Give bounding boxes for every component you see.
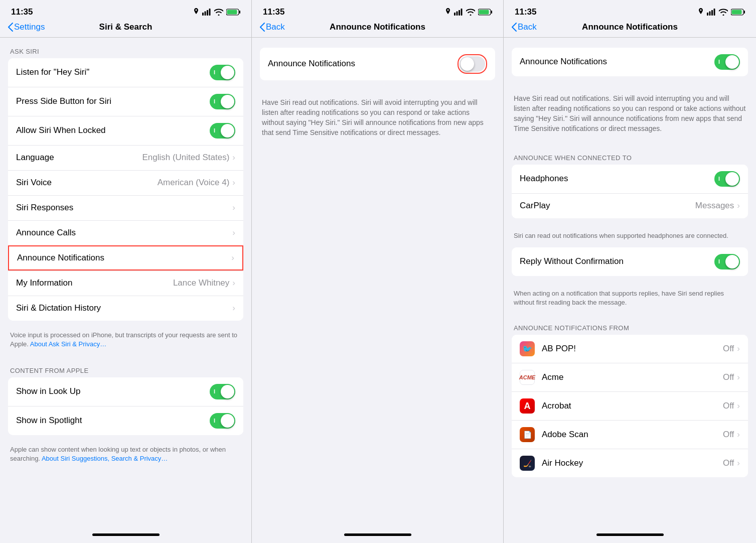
air-hockey-chevron: › bbox=[737, 458, 740, 468]
my-information-row[interactable]: My Information Lance Whitney › bbox=[8, 270, 243, 296]
dictation-history-chevron: › bbox=[232, 303, 235, 313]
back-button-2[interactable]: Back bbox=[260, 22, 285, 32]
announce-main-toggle[interactable] bbox=[460, 56, 485, 72]
panel2-content: Announce Notifications Have Siri read ou… bbox=[252, 38, 503, 526]
headphones-label: Headphones bbox=[520, 174, 714, 184]
status-time-2: 11:35 bbox=[263, 7, 284, 17]
svg-rect-8 bbox=[457, 12, 458, 16]
svg-rect-2 bbox=[207, 10, 208, 16]
ask-siri-footer: Voice input is processed on iPhone, but … bbox=[0, 331, 251, 357]
battery-icon bbox=[226, 9, 240, 16]
svg-rect-3 bbox=[209, 9, 211, 16]
announce-from-header: ANNOUNCE NOTIFICATIONS FROM bbox=[504, 314, 756, 335]
home-bar-2 bbox=[344, 533, 411, 536]
announce-from-group: 🐦 AB POP! Off › ACME Acme Off › A Acroba… bbox=[512, 335, 748, 477]
dictation-history-row[interactable]: Siri & Dictation History › bbox=[8, 296, 243, 321]
location-icon bbox=[193, 8, 199, 16]
svg-rect-17 bbox=[714, 9, 715, 16]
status-icons-1 bbox=[193, 8, 240, 16]
wifi-icon-2 bbox=[466, 9, 475, 16]
battery-icon-3 bbox=[731, 9, 745, 16]
show-spotlight-row[interactable]: Show in Spotlight I bbox=[8, 406, 243, 435]
status-time-3: 11:35 bbox=[515, 7, 536, 17]
announce-notifications-label: Announce Notifications bbox=[17, 253, 231, 263]
headphones-toggle[interactable]: I bbox=[714, 171, 740, 187]
home-indicator-3 bbox=[504, 526, 756, 543]
announce-calls-row[interactable]: Announce Calls › bbox=[8, 220, 243, 245]
carplay-label: CarPlay bbox=[520, 201, 695, 211]
p3-announce-toggle[interactable]: I bbox=[714, 54, 740, 70]
siri-responses-row[interactable]: Siri Responses › bbox=[8, 195, 243, 220]
back-chevron-icon-2 bbox=[260, 23, 265, 32]
nav-bar-1: Settings Siri & Search bbox=[0, 20, 251, 37]
ab-pop-chevron: › bbox=[737, 344, 740, 354]
my-information-value: Lance Whitney bbox=[173, 278, 229, 288]
svg-rect-9 bbox=[459, 10, 460, 16]
announce-notifications-row[interactable]: Announce Notifications › bbox=[8, 245, 243, 270]
battery-icon-2 bbox=[478, 9, 492, 16]
siri-voice-chevron: › bbox=[232, 178, 235, 188]
adobe-scan-icon: 📄 bbox=[520, 427, 535, 442]
side-button-toggle[interactable]: I bbox=[210, 94, 235, 109]
announce-toggle-highlight bbox=[458, 54, 487, 74]
reply-footer: When acting on a notification that suppo… bbox=[504, 286, 756, 314]
back-button-3[interactable]: Back bbox=[512, 22, 537, 32]
announce-main-toggle-row[interactable]: Announce Notifications bbox=[260, 48, 495, 80]
panel1-content: ASK SIRI Listen for "Hey Siri" I Press S… bbox=[0, 38, 251, 526]
back-label-1: Settings bbox=[14, 22, 45, 32]
hey-siri-row[interactable]: Listen for "Hey Siri" I bbox=[8, 58, 243, 87]
acme-chevron: › bbox=[737, 372, 740, 382]
air-hockey-row[interactable]: 🏒 Air Hockey Off › bbox=[512, 449, 748, 477]
siri-voice-row[interactable]: Siri Voice American (Voice 4) › bbox=[8, 170, 243, 195]
siri-suggestions-link[interactable]: About Siri Suggestions, bbox=[42, 455, 109, 462]
p3-announce-toggle-row[interactable]: Announce Notifications I bbox=[512, 48, 748, 76]
p3-announce-toggle-thumb bbox=[725, 55, 739, 69]
p3-announce-description: Have Siri read out notifications. Siri w… bbox=[504, 86, 756, 144]
siri-locked-row[interactable]: Allow Siri When Locked I bbox=[8, 116, 243, 145]
reply-row[interactable]: Reply Without Confirmation I bbox=[512, 247, 748, 276]
show-spotlight-toggle[interactable]: I bbox=[210, 413, 235, 429]
acme-label: Acme bbox=[542, 372, 723, 382]
panel3-content: Announce Notifications I Have Siri read … bbox=[504, 38, 756, 526]
dictation-history-label: Siri & Dictation History bbox=[16, 303, 232, 313]
carplay-value: Messages bbox=[695, 201, 734, 211]
siri-voice-value: American (Voice 4) bbox=[158, 178, 230, 188]
svg-rect-15 bbox=[709, 12, 711, 16]
wifi-icon bbox=[214, 9, 223, 16]
my-information-label: My Information bbox=[16, 278, 173, 288]
side-button-toggle-thumb bbox=[221, 95, 234, 108]
acme-row[interactable]: ACME Acme Off › bbox=[512, 363, 748, 391]
connected-to-group: Headphones I CarPlay Messages › bbox=[512, 165, 748, 218]
siri-locked-toggle[interactable]: I bbox=[210, 123, 235, 139]
headphones-row[interactable]: Headphones I bbox=[512, 165, 748, 193]
home-bar-1 bbox=[92, 533, 160, 536]
carplay-row[interactable]: CarPlay Messages › bbox=[512, 193, 748, 218]
language-row[interactable]: Language English (United States) › bbox=[8, 145, 243, 170]
wifi-icon-3 bbox=[719, 9, 728, 16]
status-icons-2 bbox=[445, 8, 492, 16]
back-label-3: Back bbox=[518, 22, 537, 32]
svg-rect-16 bbox=[711, 10, 713, 16]
hey-siri-toggle[interactable]: I bbox=[210, 65, 235, 80]
show-lookup-toggle[interactable]: I bbox=[210, 384, 235, 399]
svg-rect-6 bbox=[239, 11, 240, 14]
home-bar-3 bbox=[596, 533, 664, 536]
ask-siri-privacy-link[interactable]: About Ask Siri & Privacy… bbox=[30, 340, 106, 348]
siri-locked-toggle-thumb bbox=[221, 124, 234, 138]
adobe-scan-row[interactable]: 📄 Adobe Scan Off › bbox=[512, 420, 748, 449]
acme-icon: ACME bbox=[520, 370, 535, 385]
acrobat-row[interactable]: A Acrobat Off › bbox=[512, 391, 748, 420]
side-button-row[interactable]: Press Side Button for Siri I bbox=[8, 87, 243, 116]
show-lookup-row[interactable]: Show in Look Up I bbox=[8, 377, 243, 406]
location-icon-2 bbox=[445, 8, 451, 16]
back-button-1[interactable]: Settings bbox=[8, 22, 45, 32]
reply-toggle[interactable]: I bbox=[714, 254, 740, 269]
nav-bar-3: Back Announce Notifications bbox=[504, 20, 756, 37]
panel-announce-on: 11:35 Back Announce Notifications Announ… bbox=[504, 0, 756, 543]
search-privacy-link[interactable]: Search & Privacy… bbox=[111, 455, 168, 462]
ab-pop-label: AB POP! bbox=[542, 344, 723, 354]
svg-rect-5 bbox=[227, 10, 237, 15]
ab-pop-row[interactable]: 🐦 AB POP! Off › bbox=[512, 335, 748, 363]
hey-siri-toggle-thumb bbox=[221, 66, 234, 79]
show-spotlight-label: Show in Spotlight bbox=[16, 416, 210, 426]
